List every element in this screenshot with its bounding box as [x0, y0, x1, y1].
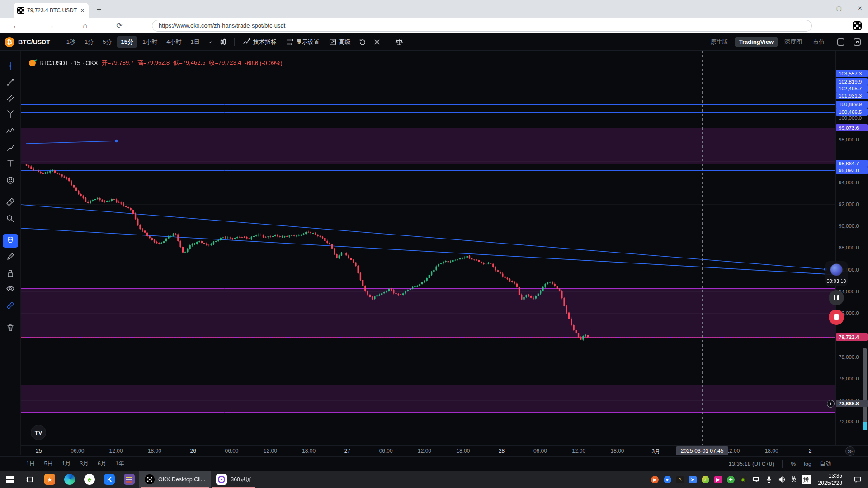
- recorder-stop-button[interactable]: [829, 310, 844, 325]
- tray-app-blue-arrow[interactable]: ➤: [689, 476, 697, 483]
- taskbar-clock[interactable]: 13:35 2025/2/28: [818, 472, 842, 487]
- percent-scale-button[interactable]: %: [791, 461, 796, 467]
- patterns-icon[interactable]: [3, 124, 18, 138]
- chevron-down-icon[interactable]: [208, 39, 213, 45]
- eye-icon[interactable]: [3, 282, 18, 296]
- price-level-badge-purple[interactable]: 99,073.6: [836, 124, 868, 131]
- price-level-badge[interactable]: 100,869.9: [836, 101, 868, 108]
- range-button-5日[interactable]: 5日: [44, 460, 52, 468]
- taskbar-app-360browser[interactable]: ★: [40, 471, 60, 488]
- new-tab-button[interactable]: +: [93, 5, 105, 16]
- clock-label[interactable]: 13:35:18 (UTC+8): [729, 461, 774, 467]
- current-price-badge[interactable]: 79,723.4: [836, 333, 868, 341]
- candle-style-icon[interactable]: [219, 38, 227, 46]
- zoom-icon[interactable]: [3, 212, 18, 225]
- browser-tab[interactable]: 79,723.4 BTC USDT 现货交易 | ... ✕: [14, 3, 89, 18]
- log-scale-button[interactable]: log: [804, 461, 811, 467]
- legend-title[interactable]: BTC/USDT · 15 · OKX: [39, 60, 98, 66]
- price-level-badge[interactable]: 101,931.3: [836, 92, 868, 99]
- time-axis-label[interactable]: 18:00: [456, 448, 470, 454]
- timeframe-button-1秒[interactable]: 1秒: [63, 36, 79, 48]
- price-gridline-label[interactable]: 94,000.0: [836, 179, 868, 186]
- trend-line-icon[interactable]: [3, 75, 18, 89]
- range-button-1年[interactable]: 1年: [115, 460, 124, 468]
- price-level-badge[interactable]: 102,495.7: [836, 85, 868, 92]
- price-level-badge[interactable]: 95,664.7: [836, 160, 868, 167]
- window-close-button[interactable]: ✕: [855, 5, 864, 12]
- timeframe-button-4小时[interactable]: 4小时: [163, 36, 185, 48]
- crosshair-price-badge[interactable]: 73,668.8: [836, 400, 868, 407]
- time-axis-label[interactable]: 18:00: [148, 448, 161, 454]
- time-axis-label[interactable]: 18:00: [610, 448, 624, 454]
- timeframe-button-1分[interactable]: 1分: [81, 36, 97, 48]
- taskbar-app-k[interactable]: K: [99, 471, 119, 488]
- price-gridline-label[interactable]: 92,000.0: [836, 201, 868, 208]
- time-axis-label[interactable]: 3月: [651, 448, 660, 455]
- tray-app-music[interactable]: ♪: [702, 476, 709, 483]
- language-indicator[interactable]: 英: [791, 475, 797, 483]
- taskbar-app-okx-desktop[interactable]: OKX Desktop Cli...: [139, 471, 211, 488]
- forward-icon[interactable]: →: [45, 20, 56, 31]
- auto-scale-button[interactable]: 自动: [820, 460, 831, 468]
- mode-tab-市值[interactable]: 市值: [808, 36, 829, 48]
- link-icon[interactable]: [3, 299, 18, 312]
- time-axis-label[interactable]: 06:00: [225, 448, 238, 454]
- time-axis-label[interactable]: 06:00: [71, 448, 84, 454]
- window-maximize-button[interactable]: ▢: [835, 5, 844, 12]
- timeframe-button-5分[interactable]: 5分: [99, 36, 115, 48]
- task-view-button[interactable]: [20, 471, 40, 488]
- time-axis-label[interactable]: 27: [344, 448, 350, 454]
- okx-extension-icon[interactable]: [853, 21, 862, 30]
- time-axis-label[interactable]: 26: [190, 448, 196, 454]
- start-button[interactable]: [0, 471, 20, 488]
- recorder-camera-thumbnail[interactable]: [830, 263, 843, 276]
- mode-tab-深度图[interactable]: 深度图: [780, 36, 807, 48]
- time-axis-label[interactable]: 12:00: [109, 448, 123, 454]
- timeframe-button-15分[interactable]: 15分: [117, 36, 137, 48]
- add-order-plus-icon[interactable]: +: [827, 400, 835, 408]
- settings-gear-icon[interactable]: [373, 38, 381, 46]
- address-input[interactable]: https://www.okx.com/zh-hans/trade-spot/b…: [152, 20, 812, 32]
- pitchfork-icon[interactable]: [3, 108, 18, 121]
- tray-app-magenta[interactable]: ▶: [714, 476, 722, 483]
- text-icon[interactable]: [3, 157, 18, 170]
- price-level-badge[interactable]: 103,557.3: [836, 70, 868, 77]
- time-axis-label[interactable]: 18:00: [302, 448, 316, 454]
- price-gridline-label[interactable]: 88,000.0: [836, 244, 868, 251]
- price-gridline-label[interactable]: 98,000.0: [836, 136, 868, 143]
- time-axis-label[interactable]: 12:00: [726, 448, 740, 454]
- lock-icon[interactable]: [3, 267, 18, 280]
- taskbar-app-360se[interactable]: e: [80, 471, 99, 488]
- price-chart[interactable]: [21, 51, 835, 445]
- tradingview-logo[interactable]: TV: [31, 425, 46, 440]
- network-icon[interactable]: [752, 475, 760, 483]
- price-level-badge[interactable]: 95,093.0: [836, 167, 868, 174]
- display-settings-button[interactable]: 显示设置: [286, 38, 320, 46]
- reload-icon[interactable]: ⟳: [114, 20, 125, 31]
- time-axis-label[interactable]: 12:00: [264, 448, 277, 454]
- tray-app-black-gold[interactable]: A: [676, 476, 684, 483]
- emoji-icon[interactable]: [3, 174, 18, 187]
- indicators-button[interactable]: 技术指标: [243, 38, 277, 46]
- tray-app-blue-circle[interactable]: ●: [664, 476, 671, 483]
- taskbar-app-winrar[interactable]: [119, 471, 139, 488]
- replay-icon[interactable]: [359, 38, 367, 46]
- home-icon[interactable]: ⌂: [80, 20, 90, 31]
- time-axis-label[interactable]: 25: [36, 448, 42, 454]
- time-axis-label[interactable]: 06:00: [533, 448, 547, 454]
- page-scrollbar[interactable]: [863, 348, 867, 422]
- time-axis-label[interactable]: 12:00: [418, 448, 431, 454]
- range-button-1月[interactable]: 1月: [62, 460, 71, 468]
- timeframe-button-1日[interactable]: 1日: [187, 36, 203, 48]
- goto-realtime-button[interactable]: ≫: [845, 446, 855, 456]
- trash-icon[interactable]: [3, 321, 18, 334]
- microphone-icon[interactable]: [765, 476, 773, 483]
- range-button-3月[interactable]: 3月: [80, 460, 88, 468]
- tray-app-orange[interactable]: ▶: [651, 476, 659, 483]
- brush-icon[interactable]: [3, 141, 18, 155]
- mode-tab-原生版[interactable]: 原生版: [706, 36, 733, 48]
- volume-icon[interactable]: [778, 475, 786, 483]
- mode-tab-TradingView[interactable]: TradingView: [735, 37, 778, 47]
- time-axis-label[interactable]: 2: [809, 448, 812, 454]
- panel-layout-icon[interactable]: [836, 38, 845, 47]
